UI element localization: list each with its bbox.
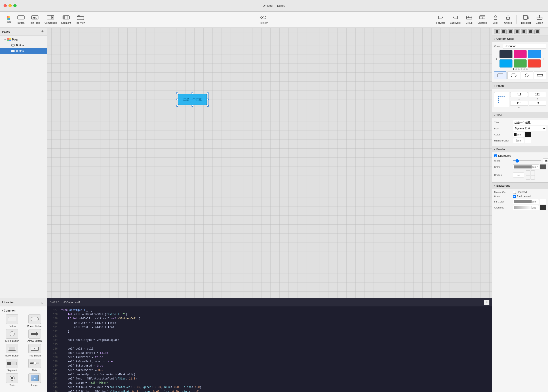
libraries-section-header[interactable]: ▾ Common bbox=[2, 308, 45, 313]
color-swatch-5[interactable] bbox=[528, 59, 541, 68]
radius-tr[interactable] bbox=[531, 170, 535, 175]
toolbar-page-button[interactable]: Page bbox=[3, 15, 14, 24]
font-select[interactable]: System 11.0 bbox=[513, 126, 546, 131]
toolbar-forward-button[interactable]: Forward bbox=[435, 14, 447, 25]
custom-class-header[interactable]: ▾ Custom Class bbox=[492, 36, 548, 42]
shape-wide[interactable] bbox=[534, 71, 546, 79]
breadcrumb-file[interactable]: HDButton.swift bbox=[63, 301, 80, 304]
toolbar-designer-button[interactable]: Designer bbox=[520, 14, 533, 25]
sidebar-item-page[interactable]: ▾ Page bbox=[0, 37, 47, 42]
toolbar-textfield-button[interactable]: ABC Text Field bbox=[28, 14, 42, 25]
color-swatch-0[interactable] bbox=[499, 50, 513, 58]
breadcrumb-swift[interactable]: Swift5.0 bbox=[50, 301, 59, 304]
handle-mr[interactable] bbox=[207, 98, 209, 100]
rp-distribute-h[interactable]: ⬛ bbox=[534, 29, 540, 34]
toolbar-segment-button[interactable]: Segment bbox=[59, 14, 73, 25]
background-checkbox[interactable] bbox=[513, 195, 516, 198]
frame-x-input[interactable] bbox=[510, 92, 528, 97]
libraries-arrow-up[interactable]: ↑ bbox=[35, 300, 40, 305]
color-well-title[interactable]: curr ⌃ bbox=[513, 132, 524, 137]
border-width-input[interactable] bbox=[543, 158, 548, 163]
maximize-button[interactable] bbox=[14, 4, 17, 7]
color-swatch-2[interactable] bbox=[528, 50, 541, 58]
lib-item-segment[interactable]: Segment bbox=[2, 359, 23, 372]
color-swatch-3[interactable] bbox=[499, 59, 513, 68]
sidebar-item-button-2[interactable]: ▸ Button bbox=[0, 48, 47, 54]
color-well-fill[interactable]: curr ⌃ bbox=[513, 199, 539, 204]
color-nav-prev[interactable]: ‹ bbox=[494, 56, 499, 61]
toolbar-button-button[interactable]: Button bbox=[15, 14, 27, 25]
class-input[interactable] bbox=[503, 44, 546, 49]
toolbar-export-button[interactable]: Export bbox=[534, 14, 545, 25]
lib-item-image[interactable]: ⛰ Image bbox=[24, 373, 45, 386]
sidebar-item-button-1[interactable]: ▸ Button bbox=[0, 42, 47, 48]
sidebar-add-button[interactable]: + bbox=[41, 30, 44, 34]
rp-align-center-h[interactable]: ⬛ bbox=[501, 29, 507, 34]
download-button[interactable]: ⬇ bbox=[484, 300, 489, 305]
hovered-checkbox[interactable] bbox=[513, 191, 516, 194]
lib-item-arrow-button[interactable]: Arrow Button bbox=[24, 329, 45, 342]
frame-header[interactable]: ▾ Frame bbox=[492, 83, 548, 89]
lib-item-radio[interactable]: Radio bbox=[2, 373, 23, 386]
rp-align-left[interactable]: ⬛ bbox=[494, 29, 500, 34]
border-width-slider[interactable] bbox=[513, 161, 542, 161]
handle-br[interactable] bbox=[207, 105, 209, 107]
lib-item-circle-button[interactable]: Circle Button bbox=[2, 329, 23, 342]
rp-align-center-v[interactable]: ⬛ bbox=[521, 29, 527, 34]
close-button[interactable] bbox=[4, 4, 7, 7]
rp-align-top[interactable]: ⬛ bbox=[514, 29, 520, 34]
handle-tl[interactable] bbox=[176, 92, 178, 94]
radius-br[interactable] bbox=[531, 175, 535, 180]
color-swatch-1[interactable] bbox=[514, 50, 527, 58]
lib-item-slider[interactable]: Slider bbox=[24, 359, 45, 372]
handle-bl[interactable] bbox=[176, 105, 178, 107]
rp-align-bottom[interactable]: ⬛ bbox=[528, 29, 534, 34]
shape-rect[interactable] bbox=[494, 71, 506, 79]
page-disclosure[interactable]: ▾ bbox=[3, 38, 7, 41]
toolbar-unlock-button[interactable]: Unlock bbox=[502, 14, 514, 25]
color-well-highlight[interactable]: curr ⌃ bbox=[513, 138, 524, 143]
toolbar-lock-button[interactable]: Lock bbox=[490, 14, 501, 25]
toolbar-tabview-button[interactable]: Tab View bbox=[74, 14, 87, 25]
canvas-selected-button[interactable]: 这是一个按钮 bbox=[178, 94, 207, 105]
handle-bm[interactable] bbox=[191, 105, 193, 107]
rp-align-right[interactable]: ⬛ bbox=[507, 29, 513, 34]
handle-tr[interactable] bbox=[207, 92, 209, 94]
border-radius-input[interactable] bbox=[513, 173, 524, 177]
shape-circle[interactable] bbox=[521, 71, 533, 79]
frame-w-input[interactable] bbox=[510, 101, 528, 106]
lib-item-title-button[interactable]: T Title Button bbox=[24, 344, 45, 357]
handle-tm[interactable] bbox=[191, 92, 193, 94]
dot-2 bbox=[515, 68, 517, 70]
background-header[interactable]: ▾ Backgroud bbox=[492, 182, 548, 189]
libraries-search-button[interactable]: ⌕ bbox=[40, 300, 44, 305]
color-swatch-4[interactable] bbox=[514, 59, 527, 68]
fill-color-swatch[interactable] bbox=[540, 199, 546, 204]
handle-ml[interactable] bbox=[176, 98, 178, 100]
border-color-swatch[interactable] bbox=[540, 164, 546, 169]
is-bordered-checkbox[interactable] bbox=[494, 154, 497, 157]
frame-y-input[interactable] bbox=[529, 92, 547, 97]
color-well-border[interactable]: curr ⌃ bbox=[513, 164, 539, 169]
shape-rounded[interactable] bbox=[507, 71, 520, 79]
toolbar-preview-button[interactable]: Preview bbox=[257, 14, 269, 25]
gradient-color-swatch[interactable] bbox=[540, 205, 546, 210]
color-well-gradient[interactable]: clse ⌃ bbox=[513, 205, 539, 210]
lib-item-round-button[interactable]: Round Button bbox=[24, 315, 45, 327]
title-input[interactable] bbox=[513, 120, 548, 125]
color-nav-next[interactable]: › bbox=[542, 56, 546, 61]
title-section-header[interactable]: ▾ Title bbox=[492, 112, 548, 118]
toolbar-group-button[interactable]: Group bbox=[463, 14, 475, 25]
title-color-swatch[interactable] bbox=[525, 132, 531, 137]
lib-item-hover-button[interactable]: Hover Button bbox=[2, 344, 23, 357]
radius-bl[interactable] bbox=[526, 175, 530, 180]
border-header[interactable]: ▾ Border bbox=[492, 146, 548, 152]
frame-h-input[interactable] bbox=[529, 101, 547, 106]
toolbar-backward-button[interactable]: Backward bbox=[448, 14, 462, 25]
lib-item-button[interactable]: Button bbox=[2, 315, 23, 327]
highlight-color-swatch[interactable] bbox=[525, 138, 531, 143]
radius-tl[interactable] bbox=[526, 170, 530, 175]
toolbar-ungroup-button[interactable]: Ungroup bbox=[476, 14, 489, 25]
minimize-button[interactable] bbox=[8, 4, 12, 7]
toolbar-combobox-button[interactable]: ▾ ComboBox bbox=[43, 14, 58, 25]
